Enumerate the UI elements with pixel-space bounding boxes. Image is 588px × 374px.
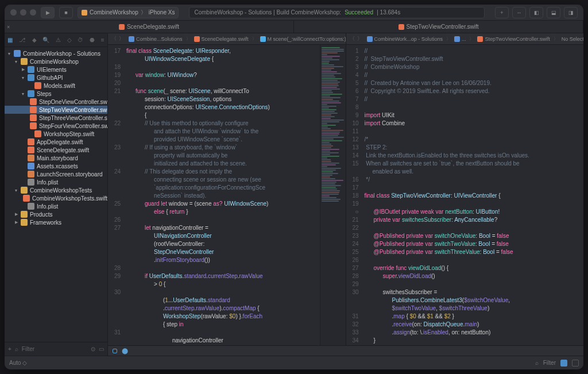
tree-item[interactable]: ▼CombineWorkshop - Solutions [5, 49, 107, 57]
variables-pane-toggle[interactable] [560, 360, 567, 367]
tree-item[interactable]: ▶UIElements [5, 65, 107, 74]
app-icon [82, 10, 87, 16]
file-tree[interactable]: ▼CombineWorkshop - Solutions▼CombineWork… [5, 47, 107, 342]
close-dot[interactable] [10, 9, 17, 16]
toggle-left-panel[interactable]: ◧ [529, 7, 543, 18]
zoom-dot[interactable] [30, 9, 36, 16]
minimize-dot[interactable] [20, 9, 26, 16]
activity-status: Succeeded [345, 9, 373, 16]
scheme-target: CombineWorkshop [90, 9, 138, 16]
minimap[interactable] [320, 45, 346, 345]
tree-item[interactable]: WorkshopStep.swift [5, 130, 107, 138]
tree-item[interactable]: Info.plist [5, 178, 107, 186]
console-prompt-icon: ⬤ [122, 348, 128, 354]
navigator-filter-bar: + ⌕ Filter ⊙ ▭ [5, 342, 107, 356]
footer-bar: Auto ◇ ⌕ Filter [5, 356, 583, 369]
tree-item[interactable]: Main.storyboard [5, 154, 107, 162]
navigator-tabs: ▦ ⎇ ◆ 🔍 ⚠ ◇ ⏱ ⬣ ≡ [5, 33, 107, 47]
tree-item[interactable]: ▶Frameworks [5, 218, 107, 226]
fwd-icon[interactable]: 〉 [119, 35, 124, 43]
scheme-device: iPhone Xs [149, 9, 175, 16]
filter-icon: ⌕ [15, 346, 18, 352]
titlebar: ▶ ■ CombineWorkshop 〉 iPhone Xs CombineW… [5, 5, 583, 21]
breadcrumb-left[interactable]: 〈〉 Combine...Solutions SceneDelegate.swi… [108, 33, 346, 45]
tree-item[interactable]: StepFourViewController.swift [5, 122, 107, 130]
editor-split: 〈〉 Combine...Solutions SceneDelegate.swi… [108, 33, 583, 345]
tree-item[interactable]: SceneDelegate.swift [5, 146, 107, 154]
console-filter[interactable]: Filter [543, 360, 556, 366]
filter-icon: ⌕ [535, 360, 539, 366]
activity-time: | 13.684s [377, 9, 400, 16]
symbol-navigator-icon[interactable]: ◆ [32, 37, 37, 43]
tree-item[interactable]: Info.plist [5, 202, 107, 210]
chevron-right-icon: 〉 [141, 9, 146, 17]
source-control-icon[interactable]: ⎇ [19, 37, 26, 43]
project-navigator-icon[interactable]: ▦ [7, 37, 13, 43]
find-navigator-icon[interactable]: 🔍 [42, 37, 49, 43]
variables-view-mode[interactable]: Auto ◇ [9, 360, 27, 366]
stop-button[interactable]: ■ [59, 7, 73, 18]
activity-text: CombineWorkshop - Solutions | Build Comb… [194, 9, 341, 16]
source[interactable]: final class SceneDelegate: UIResponder,U… [124, 45, 320, 345]
tree-item[interactable]: StepTwoViewController.swift [5, 106, 107, 114]
code-editor-left[interactable]: 171819202122232425262728293031 final cla… [108, 45, 346, 345]
back-icon[interactable]: 〈 [111, 35, 117, 43]
traffic-lights [10, 9, 36, 16]
breadcrumb-right[interactable]: 〈〉 CombineWork...op - Solutions ... Step… [346, 33, 584, 45]
scm-icon[interactable]: ▭ [99, 346, 104, 352]
fwd-icon[interactable]: 〉 [357, 35, 362, 43]
tab-scene-delegate[interactable]: × SceneDelegate.swift [5, 21, 294, 33]
tree-item[interactable]: ▼CombineWorkshopTests [5, 186, 107, 194]
activity-viewer: CombineWorkshop - Solutions | Build Comb… [189, 7, 485, 18]
report-navigator-icon[interactable]: ≡ [101, 37, 105, 43]
editor-pane-left: 〈〉 Combine...Solutions SceneDelegate.swi… [108, 33, 346, 345]
swift-icon [399, 24, 404, 30]
swift-icon [119, 24, 125, 30]
tab-label: StepTwoViewController.swift [407, 24, 479, 30]
issue-navigator-icon[interactable]: ⚠ [56, 37, 61, 43]
debug-navigator-icon[interactable]: ⏱ [78, 37, 83, 43]
gutter[interactable]: 171819202122232425262728293031 [108, 45, 124, 345]
recent-icon[interactable]: ⊙ [91, 346, 95, 352]
tree-item[interactable]: CombineWorkshopTests.swift [5, 194, 107, 202]
navigator-panel: ▦ ⎇ ◆ 🔍 ⚠ ◇ ⏱ ⬣ ≡ ▼CombineWorkshop - Sol… [5, 33, 108, 356]
library-button[interactable]: + [495, 7, 509, 18]
add-icon[interactable]: + [8, 346, 11, 352]
breakpoint-navigator-icon[interactable]: ⬣ [90, 37, 95, 43]
breakpoint-toggle[interactable] [113, 349, 117, 353]
xcode-window: ▶ ■ CombineWorkshop 〉 iPhone Xs CombineW… [5, 5, 583, 369]
body: ▦ ⎇ ◆ 🔍 ⚠ ◇ ⏱ ⬣ ≡ ▼CombineWorkshop - Sol… [5, 33, 583, 356]
tab-label: SceneDelegate.swift [127, 24, 179, 30]
debug-bar: ⬤ [108, 345, 583, 356]
filter-placeholder[interactable]: Filter [22, 346, 34, 352]
code-editor-right[interactable]: 12345678910111213141516171819○2122232425… [346, 45, 584, 345]
gutter[interactable]: 12345678910111213141516171819○2122232425… [346, 45, 362, 345]
tree-item[interactable]: AppDelegate.swift [5, 138, 107, 146]
code-review-button[interactable]: ↔ [512, 7, 526, 18]
toggle-right-panel[interactable]: ◨ [564, 7, 578, 18]
back-icon[interactable]: 〈 [350, 35, 355, 43]
toggle-bottom-panel[interactable]: ⬓ [547, 7, 560, 18]
tree-item[interactable]: ▶Products [5, 210, 107, 218]
editor-pane-right: 〈〉 CombineWork...op - Solutions ... Step… [346, 33, 584, 345]
test-navigator-icon[interactable]: ◇ [67, 37, 72, 43]
tree-item[interactable]: Models.swift [5, 82, 107, 90]
editors-region: 〈〉 Combine...Solutions SceneDelegate.swi… [108, 33, 583, 356]
tree-item[interactable]: LaunchScreen.storyboard [5, 170, 107, 178]
tab-steptwo[interactable]: StepTwoViewController.swift [294, 21, 583, 33]
source[interactable]: //// StepTwoViewController.swift// Combi… [362, 45, 584, 345]
tree-item[interactable]: StepOneViewController.swift [5, 98, 107, 106]
tree-item[interactable]: ▼Steps [5, 90, 107, 98]
tree-item[interactable]: Assets.xcassets [5, 162, 107, 170]
run-button[interactable]: ▶ [41, 7, 55, 18]
tab-bar: × SceneDelegate.swift StepTwoViewControl… [5, 21, 583, 33]
close-icon[interactable]: × [7, 24, 10, 30]
tree-item[interactable]: ▼GithubAPI [5, 74, 107, 82]
tree-item[interactable]: StepThreeViewController.swift [5, 114, 107, 122]
console-pane-toggle[interactable] [572, 360, 579, 367]
tree-item[interactable]: ▼CombineWorkshop [5, 57, 107, 65]
scheme-selector[interactable]: CombineWorkshop 〉 iPhone Xs [78, 7, 179, 18]
